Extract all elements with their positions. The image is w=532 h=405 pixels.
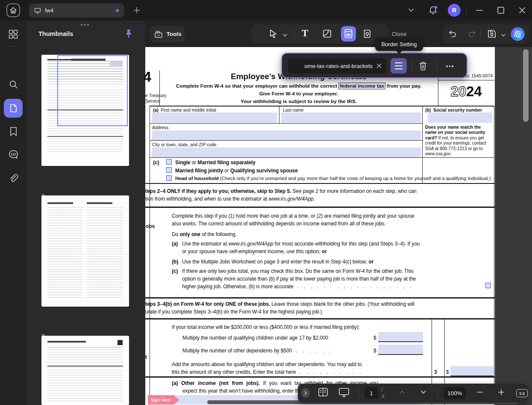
titlebar-divider: [466, 6, 467, 15]
checkbox-two-jobs[interactable]: [485, 283, 491, 288]
ssn-input-field[interactable]: [428, 112, 492, 123]
document-tab[interactable]: fw4: [29, 3, 124, 18]
notification-dot: [435, 6, 438, 9]
previous-page-button[interactable]: [398, 389, 406, 397]
save-button[interactable]: [486, 28, 497, 41]
thumbnails-panel: Thumbnails 1 2: [26, 21, 145, 405]
step3-add-line1: Add the amounts above for qualifying chi…: [172, 361, 362, 367]
sidebar-item-apps[interactable]: [8, 29, 18, 41]
checkbox-married-jointly[interactable]: [166, 167, 172, 173]
thumbnail-page-1[interactable]: [41, 55, 129, 166]
save-icon: [486, 28, 497, 39]
redo-button[interactable]: [467, 29, 477, 41]
pdf-page: 4 e Treasury Service Employee’s Withhold…: [145, 47, 495, 405]
checkbox-head-of-household[interactable]: [166, 175, 172, 181]
zoom-out-button[interactable]: [476, 388, 484, 398]
text-tool[interactable]: T: [302, 28, 308, 39]
tab-list-button[interactable]: [407, 7, 415, 15]
step2-b-label: (b): [172, 259, 178, 265]
steps24-note-line1: teps 2–4 ONLY if they apply to you; othe…: [145, 188, 417, 194]
image-tool[interactable]: [322, 29, 332, 41]
clear-input-icon[interactable]: [376, 63, 382, 69]
sidebar-item-thumbnails[interactable]: [4, 99, 23, 118]
step3-label-fragment: t: [145, 354, 147, 360]
page-view-button[interactable]: [317, 387, 329, 399]
city-input-field[interactable]: [152, 148, 421, 157]
page-pin-icon: [362, 29, 373, 39]
children-amount-field[interactable]: [378, 332, 423, 342]
collapse-bar-button[interactable]: [301, 388, 310, 398]
comment-icon: [8, 149, 19, 160]
step3-line1: Multiply the number of qualifying childr…: [182, 335, 328, 341]
left-sidebar: [0, 21, 26, 405]
thumbnail-page-3[interactable]: [41, 336, 129, 405]
lastname-input-field[interactable]: [281, 112, 421, 123]
firstname-input-field[interactable]: [152, 112, 277, 123]
vertical-scrollbar[interactable]: [523, 49, 529, 122]
next-page-button[interactable]: [420, 389, 427, 397]
link-annotation[interactable]: federal income tax: [338, 83, 385, 89]
zoom-in-button[interactable]: [497, 388, 505, 398]
pin-icon: [123, 28, 134, 41]
undo-button[interactable]: [448, 29, 458, 41]
border-setting-button[interactable]: [391, 58, 407, 74]
sidebar-item-attachments[interactable]: [8, 173, 19, 186]
sidebar-item-comments[interactable]: [8, 149, 19, 162]
sidebar-item-search[interactable]: [8, 79, 19, 92]
home-icon: [6, 3, 21, 18]
filing-status-3: Head of household (Check only if you’re …: [175, 176, 494, 181]
select-tool[interactable]: [268, 29, 279, 41]
close-window-button[interactable]: [518, 6, 526, 16]
minimize-button[interactable]: [475, 7, 484, 15]
step2-a-line2: or your spouse have self-employment inco…: [182, 248, 327, 254]
trash-icon: [418, 61, 428, 71]
panel-drag-handle[interactable]: [81, 24, 89, 26]
chevron-down-icon: [420, 389, 427, 395]
save-dropdown[interactable]: [500, 32, 506, 39]
field-label-c: (c): [153, 160, 159, 166]
select-tool-dropdown[interactable]: [282, 32, 288, 39]
chevron-down-icon: [500, 33, 506, 38]
viewport-rectangle[interactable]: [57, 55, 128, 126]
sign-here-tag[interactable]: Sign Here: [148, 395, 179, 405]
step2-c-label: (c): [172, 268, 178, 274]
location-tool[interactable]: [362, 29, 373, 41]
notifications-button[interactable]: [428, 5, 438, 18]
field-label-firstname: (a) First name and middle initial: [153, 108, 216, 112]
step2-do-line: Do only one of the following.: [172, 231, 237, 237]
steps34-note-line2: urate if you complete Steps 3–4(b) on th…: [145, 309, 322, 315]
link-tool-selected[interactable]: [341, 26, 356, 41]
bookmark-icon: [9, 126, 18, 137]
ai-assistant-button[interactable]: [510, 27, 525, 43]
link-url-value: ome-tax-rates-and-brackets: [304, 63, 373, 69]
dependents-amount-field[interactable]: [378, 345, 423, 355]
link-url-input[interactable]: ome-tax-rates-and-brackets: [288, 58, 386, 74]
new-tab-button[interactable]: [133, 6, 141, 16]
sidebar-item-bookmarks[interactable]: [9, 126, 18, 139]
checkbox-single[interactable]: [166, 159, 172, 165]
step2-b-line: Use the Multiple Jobs Worksheet on page …: [182, 259, 373, 265]
address-input-field[interactable]: [152, 130, 421, 140]
more-options-button[interactable]: [446, 65, 453, 67]
document-icon: [8, 103, 18, 113]
thumbnail-page-2[interactable]: [41, 195, 129, 307]
total-credits-field[interactable]: [450, 366, 494, 376]
presentation-button[interactable]: [338, 387, 350, 399]
delete-link-button[interactable]: [418, 61, 428, 73]
minimize-icon: [475, 7, 484, 13]
home-button[interactable]: [6, 3, 21, 19]
tools-button[interactable]: Tools: [150, 26, 185, 42]
maximize-button[interactable]: [497, 6, 505, 16]
actual-size-button[interactable]: 1:1: [516, 389, 528, 397]
zoom-level[interactable]: 100%: [444, 387, 466, 399]
year-bold: 24: [466, 83, 482, 99]
page-number-input[interactable]: 1: [364, 387, 378, 399]
step2-c-line3: higher paying job. Otherwise, (b) is mor…: [182, 284, 411, 290]
step2-c-line1: If there are only two jobs total, you ma…: [182, 268, 414, 274]
step2-c-line2: option is generally more accurate than (…: [182, 276, 416, 282]
redo-icon: [467, 29, 477, 39]
subtitle-post: from your pay.: [385, 83, 421, 89]
step3-add-line2: this the amount of any other credits. En…: [172, 369, 361, 375]
avatar[interactable]: R: [448, 4, 461, 17]
pin-panel-button[interactable]: [123, 28, 134, 43]
